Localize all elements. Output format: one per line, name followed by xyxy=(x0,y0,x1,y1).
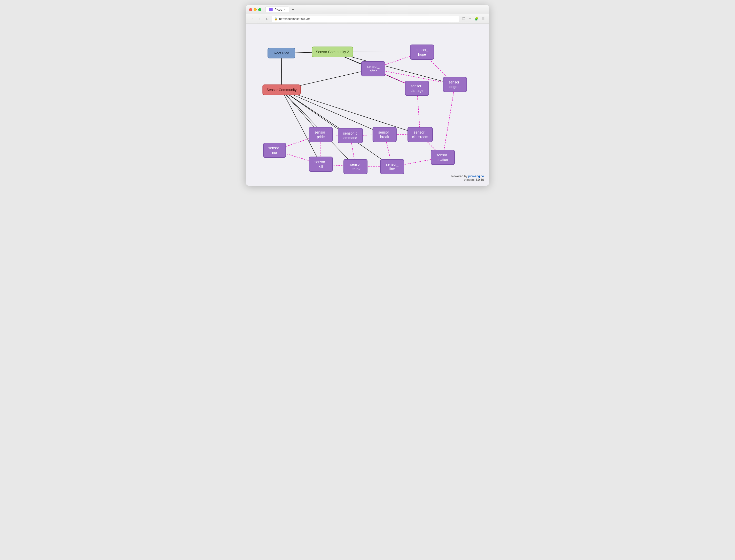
title-bar: Picos × + xyxy=(246,5,489,14)
reload-button[interactable]: ↻ xyxy=(264,16,270,22)
node-sensor-classroom[interactable]: sensor_classroom xyxy=(408,127,433,142)
node-sensor-degree[interactable]: sensor_degree xyxy=(443,77,467,92)
new-tab-button[interactable]: + xyxy=(290,7,296,12)
extensions-icon[interactable]: 🧩 xyxy=(474,16,479,22)
address-bar[interactable]: 🔒 http://localhost:3000/#! xyxy=(272,16,459,22)
shield-icon[interactable]: 🛡 xyxy=(461,16,466,22)
maximize-button[interactable] xyxy=(258,8,261,11)
node-sensor-line[interactable]: sensor_line xyxy=(380,159,404,174)
node-sensor-hope[interactable]: sensor_hope xyxy=(410,45,434,60)
browser-window: Picos × + ‹ › ↻ 🔒 http://localhost:3000/… xyxy=(246,5,489,186)
version-text: version: 1.0.10 xyxy=(451,178,484,182)
minimize-button[interactable] xyxy=(253,8,257,11)
url-text: http://localhost:3000/#! xyxy=(279,17,457,21)
traffic-lights xyxy=(249,8,261,11)
node-sensor-trunk[interactable]: sensor_trunk xyxy=(343,159,368,174)
node-sensor-station[interactable]: sensor_station xyxy=(431,150,455,165)
node-sensor-after[interactable]: sensor_after xyxy=(361,61,385,76)
node-sensor-command[interactable]: sensor_command xyxy=(337,128,363,143)
back-button[interactable]: ‹ xyxy=(249,16,255,22)
content-area: Root Pico Sensor Community 2 Sensor Comm… xyxy=(246,24,489,186)
tab-title: Picos xyxy=(274,8,282,11)
lock-icon: 🔒 xyxy=(274,17,278,20)
node-sensor-damage[interactable]: sensor_damage xyxy=(405,81,429,96)
menu-icon[interactable]: ☰ xyxy=(480,16,486,22)
svg-line-9 xyxy=(282,90,385,135)
toolbar: ‹ › ↻ 🔒 http://localhost:3000/#! 🛡 ⚠ 🧩 ☰ xyxy=(246,14,489,24)
tab-close-icon[interactable]: × xyxy=(284,8,285,11)
tab-favicon xyxy=(269,8,272,11)
browser-icons: 🛡 ⚠ 🧩 ☰ xyxy=(461,16,486,22)
svg-line-19 xyxy=(443,84,455,157)
forward-button[interactable]: › xyxy=(257,16,263,22)
close-button[interactable] xyxy=(249,8,252,11)
node-sensor-community-2[interactable]: Sensor Community 2 xyxy=(312,47,353,57)
active-tab[interactable]: Picos × xyxy=(265,7,289,12)
node-sensor-nor[interactable]: sensor_nor xyxy=(263,143,286,158)
node-sensor-pride[interactable]: sensor_pride xyxy=(309,127,333,142)
alert-icon[interactable]: ⚠ xyxy=(467,16,473,22)
footer: Powered by pico-engine version: 1.0.10 xyxy=(451,175,484,182)
node-sensor-community[interactable]: Sensor Community xyxy=(262,84,301,95)
powered-by-text: Powered by xyxy=(451,175,468,178)
node-sensor-kill[interactable]: sensor_kill xyxy=(309,157,333,172)
node-sensor-break[interactable]: sensor_break xyxy=(373,127,397,142)
tab-bar: Picos × + xyxy=(265,7,296,12)
pico-engine-link[interactable]: pico-engine xyxy=(468,175,484,178)
node-root-pico[interactable]: Root Pico xyxy=(267,48,295,58)
